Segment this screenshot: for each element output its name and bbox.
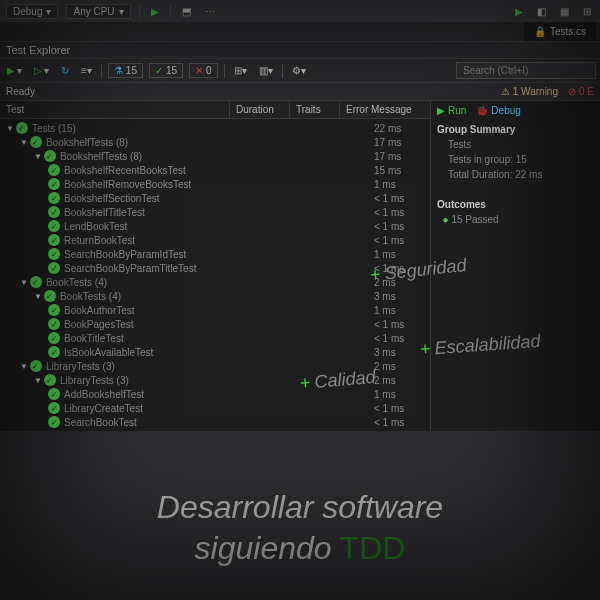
- toolbar-button[interactable]: ▶: [512, 5, 526, 18]
- test-label: SearchBookByParamTitleTest: [64, 263, 370, 274]
- test-row[interactable]: BookshelfSectionTest< 1 ms: [0, 191, 430, 205]
- debug-link[interactable]: 🐞Debug: [476, 105, 520, 116]
- test-row[interactable]: BookshelfRemoveBooksTest1 ms: [0, 177, 430, 191]
- test-row[interactable]: ▼BookTests (4)2 ms: [0, 275, 430, 289]
- pass-icon: [48, 262, 60, 274]
- file-tab[interactable]: 🔒 Tests.cs: [524, 22, 596, 41]
- test-row[interactable]: BookTitleTest< 1 ms: [0, 331, 430, 345]
- passed-count[interactable]: 15: [149, 63, 183, 78]
- header-traits[interactable]: Traits: [290, 101, 340, 118]
- test-row[interactable]: ▼Tests (15)22 ms: [0, 121, 430, 135]
- ready-label: Ready: [6, 86, 35, 97]
- test-row[interactable]: BookshelfRecentBooksTest15 ms: [0, 163, 430, 177]
- toolbar-button[interactable]: ⬒: [179, 5, 194, 18]
- lock-icon: 🔒: [534, 26, 546, 37]
- pass-icon: [30, 136, 42, 148]
- pass-icon: [48, 192, 60, 204]
- test-duration: 1 ms: [370, 389, 430, 400]
- run-all-button[interactable]: ▶▾: [4, 64, 25, 77]
- test-row[interactable]: ▼BookshelfTests (8)17 ms: [0, 135, 430, 149]
- play-icon: ▶: [515, 6, 523, 17]
- pass-icon: [48, 388, 60, 400]
- test-label: SearchBookByParamIdTest: [64, 249, 370, 260]
- test-row[interactable]: ▼BookshelfTests (8)17 ms: [0, 149, 430, 163]
- warning-icon: ⚠: [501, 86, 510, 97]
- pass-icon: [48, 318, 60, 330]
- chevron-down-icon[interactable]: ▼: [34, 152, 42, 161]
- view-button[interactable]: ⊞▾: [231, 64, 250, 77]
- error-icon: ⊘: [568, 86, 576, 97]
- test-label: LendBookTest: [64, 221, 370, 232]
- warning-badge[interactable]: ⚠1 Warning: [501, 86, 558, 97]
- playlist-button[interactable]: ≡▾: [78, 64, 95, 77]
- separator: [282, 64, 283, 78]
- run-button[interactable]: ▷▾: [31, 64, 52, 77]
- play-icon: ▶: [151, 6, 159, 17]
- columns-button[interactable]: ▥▾: [256, 64, 276, 77]
- test-row[interactable]: LibraryCreateTest< 1 ms: [0, 401, 430, 415]
- pass-icon: [44, 290, 56, 302]
- test-duration: 1 ms: [370, 305, 430, 316]
- test-duration: < 1 ms: [370, 193, 430, 204]
- chevron-down-icon[interactable]: ▼: [20, 362, 28, 371]
- test-row[interactable]: ReturnBookTest< 1 ms: [0, 233, 430, 247]
- test-duration: < 1 ms: [370, 207, 430, 218]
- pass-icon: [30, 276, 42, 288]
- test-row[interactable]: SearchBookByParamIdTest1 ms: [0, 247, 430, 261]
- toolbar-button[interactable]: ⋯: [202, 5, 218, 18]
- test-duration: 3 ms: [370, 291, 430, 302]
- test-row[interactable]: AddBookshelfTest1 ms: [0, 387, 430, 401]
- platform-dropdown[interactable]: Any CPU▾: [66, 4, 130, 19]
- test-row[interactable]: BookshelfTitleTest< 1 ms: [0, 205, 430, 219]
- chevron-down-icon[interactable]: ▼: [20, 138, 28, 147]
- header-duration[interactable]: Duration: [230, 101, 290, 118]
- pass-icon: [48, 346, 60, 358]
- separator: [139, 4, 140, 18]
- config-dropdown[interactable]: Debug▾: [6, 4, 58, 19]
- test-duration: 22 ms: [370, 123, 430, 134]
- toolbar-button[interactable]: ◧: [534, 5, 549, 18]
- test-label: IsBookAvailableTest: [64, 347, 370, 358]
- chevron-down-icon[interactable]: ▼: [20, 278, 28, 287]
- header-test[interactable]: Test: [0, 101, 230, 118]
- chevron-down-icon[interactable]: ▼: [34, 292, 42, 301]
- test-duration: < 1 ms: [370, 221, 430, 232]
- settings-button[interactable]: ⚙▾: [289, 64, 309, 77]
- run-link[interactable]: ▶Run: [437, 105, 466, 116]
- repeat-button[interactable]: ↻: [58, 64, 72, 77]
- test-duration: 15 ms: [370, 165, 430, 176]
- pass-icon: [44, 374, 56, 386]
- test-row[interactable]: LendBookTest< 1 ms: [0, 219, 430, 233]
- test-duration: 1 ms: [370, 249, 430, 260]
- pass-icon: [48, 304, 60, 316]
- column-headers: Test Duration Traits Error Message: [0, 101, 430, 119]
- test-label: BookAuthorTest: [64, 305, 370, 316]
- toolbar-button[interactable]: ▦: [557, 5, 572, 18]
- test-row[interactable]: BookPagesTest< 1 ms: [0, 317, 430, 331]
- bug-icon: 🐞: [476, 105, 488, 116]
- chevron-down-icon[interactable]: ▼: [6, 124, 14, 133]
- test-duration: 17 ms: [370, 137, 430, 148]
- test-row[interactable]: SearchBookTest< 1 ms: [0, 415, 430, 429]
- header-error[interactable]: Error Message: [340, 101, 430, 118]
- chevron-down-icon[interactable]: ▼: [34, 376, 42, 385]
- test-label: BookshelfRemoveBooksTest: [64, 179, 370, 190]
- plus-icon: +: [369, 264, 382, 285]
- test-explorer-toolbar: ▶▾ ▷▾ ↻ ≡▾ 15 15 0 ⊞▾ ▥▾ ⚙▾ Search (Ctrl…: [0, 59, 600, 83]
- test-label: LibraryCreateTest: [64, 403, 370, 414]
- search-input[interactable]: Search (Ctrl+I): [456, 62, 596, 79]
- start-button[interactable]: ▶: [148, 5, 162, 18]
- total-count[interactable]: 15: [108, 63, 143, 78]
- test-row[interactable]: BookAuthorTest1 ms: [0, 303, 430, 317]
- play-icon: ▶: [7, 65, 15, 76]
- test-row[interactable]: ▼BookTests (4)3 ms: [0, 289, 430, 303]
- test-row[interactable]: SearchBookByParamTitleTest< 1 ms: [0, 261, 430, 275]
- error-badge[interactable]: ⊘0 E: [568, 86, 594, 97]
- toolbar-button[interactable]: ⊞: [580, 5, 594, 18]
- test-row[interactable]: IsBookAvailableTest3 ms: [0, 345, 430, 359]
- main-toolbar: Debug▾ Any CPU▾ ▶ ⬒ ⋯ ▶ ◧ ▦ ⊞: [0, 0, 600, 22]
- pass-icon: [48, 416, 60, 428]
- group-summary: Group Summary Tests Tests in group: 15 T…: [437, 122, 594, 227]
- test-label: LibraryTests (3): [46, 361, 370, 372]
- failed-count[interactable]: 0: [189, 63, 218, 78]
